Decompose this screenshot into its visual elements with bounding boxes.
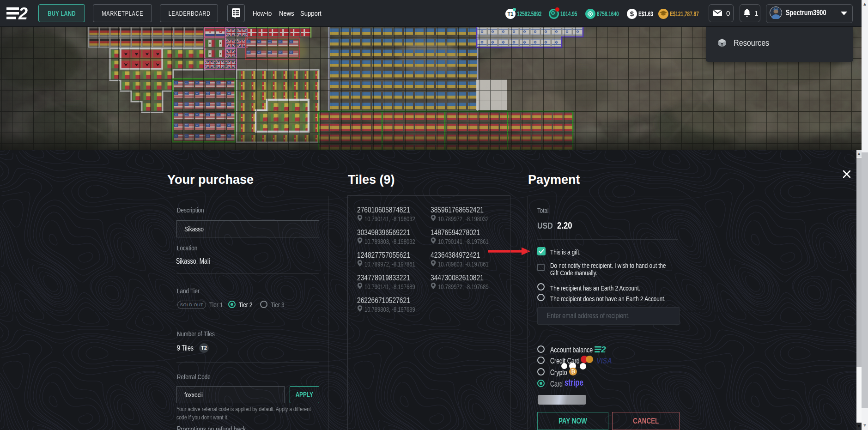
svg-text:2: 2	[18, 6, 28, 21]
svg-text:2: 2	[601, 345, 606, 353]
